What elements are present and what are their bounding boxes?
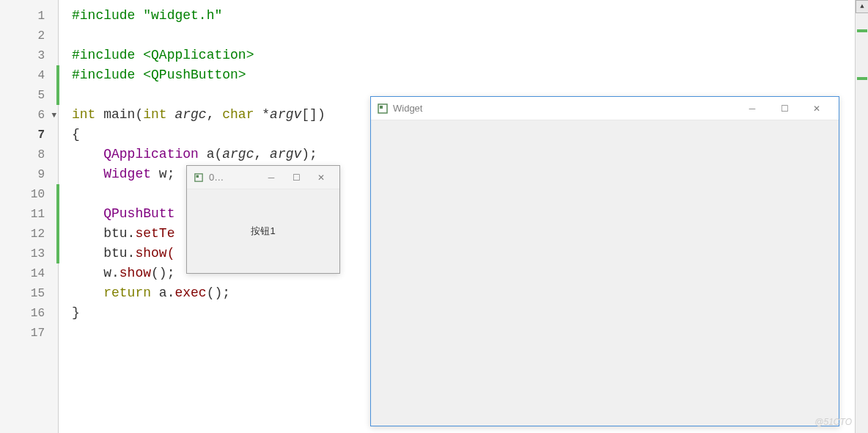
window-body xyxy=(371,120,839,426)
button-app-window[interactable]: 0… ─ ☐ ✕ 按钮1 xyxy=(186,165,340,274)
scroll-change-marker xyxy=(857,29,867,32)
window-body[interactable]: 按钮1 xyxy=(187,189,339,273)
window-title: 0… xyxy=(209,172,259,183)
titlebar[interactable]: 0… ─ ☐ ✕ xyxy=(187,166,339,189)
vertical-scrollbar[interactable]: ▲ xyxy=(855,0,868,433)
line-number: 1 xyxy=(27,10,45,23)
line-number: 13 xyxy=(27,247,45,261)
close-button[interactable]: ✕ xyxy=(309,167,334,189)
line-number: 8 xyxy=(27,148,45,161)
line-number: 11 xyxy=(27,208,45,221)
minimize-button[interactable]: ─ xyxy=(259,167,284,189)
scroll-up-button[interactable]: ▲ xyxy=(856,0,868,13)
scroll-change-marker xyxy=(857,77,867,80)
push-button-label: 按钮1 xyxy=(251,225,275,238)
line-number: 16 xyxy=(27,307,45,320)
line-number: 14 xyxy=(27,267,45,280)
widget-app-window[interactable]: Widget ─ ☐ ✕ xyxy=(370,96,839,426)
titlebar[interactable]: Widget ─ ☐ ✕ xyxy=(371,97,839,120)
svg-rect-3 xyxy=(196,175,199,177)
fold-icon[interactable]: ▼ xyxy=(51,111,56,120)
line-gutter: 1 2 3 4 5 6▼ 7 8 9 10 11 12 13 14 15 16 … xyxy=(0,0,59,433)
line-number: 5 xyxy=(27,89,45,102)
line-number: 9 xyxy=(27,168,45,181)
line-number: 3 xyxy=(27,49,45,62)
maximize-button[interactable]: ☐ xyxy=(284,167,309,189)
app-icon xyxy=(193,172,205,183)
line-number: 2 xyxy=(27,29,45,43)
svg-rect-1 xyxy=(380,106,383,109)
maximize-button[interactable]: ☐ xyxy=(768,98,801,120)
app-icon xyxy=(377,103,389,114)
minimize-button[interactable]: ─ xyxy=(736,98,768,120)
line-number: 17 xyxy=(27,327,45,340)
line-number: 10 xyxy=(27,188,45,201)
line-number: 6 xyxy=(27,109,45,122)
line-number: 4 xyxy=(27,69,45,82)
close-button[interactable]: ✕ xyxy=(801,98,833,120)
line-number: 12 xyxy=(27,228,45,241)
line-number: 7 xyxy=(27,128,45,142)
window-title: Widget xyxy=(393,103,736,114)
watermark: @51CTO xyxy=(814,417,852,427)
line-number: 15 xyxy=(27,287,45,300)
